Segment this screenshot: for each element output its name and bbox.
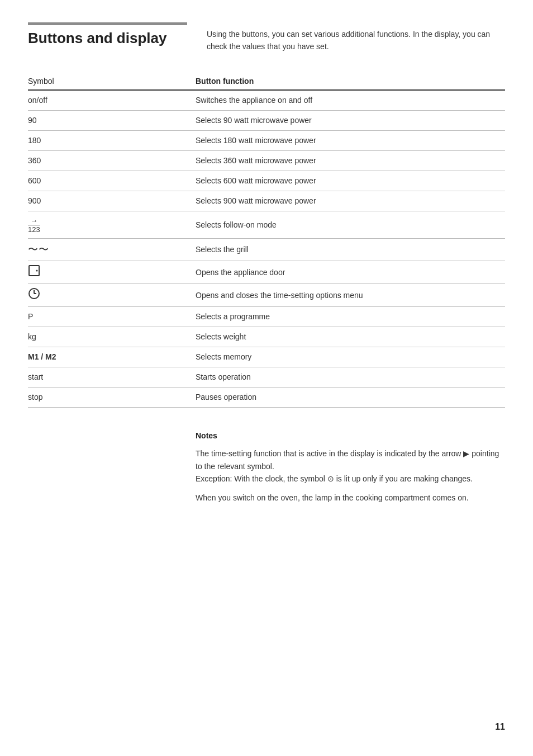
table-row: start Starts operation bbox=[28, 367, 505, 388]
symbol-600: 600 bbox=[28, 175, 196, 187]
table-row: → 123 Selects follow-on mode bbox=[28, 211, 505, 239]
notes-paragraph-2: When you switch on the oven, the lamp in… bbox=[196, 492, 505, 504]
function-360: Selects 360 watt microwave power bbox=[196, 155, 505, 167]
notes-title: Notes bbox=[196, 430, 505, 442]
function-m1m2: Selects memory bbox=[196, 351, 505, 363]
arrow-icon: → bbox=[30, 217, 37, 224]
clock-icon bbox=[28, 287, 40, 300]
symbol-stop: stop bbox=[28, 391, 196, 403]
top-section: Buttons and display Using the buttons, y… bbox=[28, 22, 505, 53]
door-icon bbox=[28, 264, 40, 277]
svg-point-1 bbox=[36, 270, 38, 272]
function-start: Starts operation bbox=[196, 371, 505, 383]
symbol-grill: 〜〜 bbox=[28, 242, 196, 257]
notes-section: Notes The time-setting function that is … bbox=[28, 430, 505, 511]
symbol-table: Symbol Button function on/off Switches t… bbox=[28, 75, 505, 408]
table-row: 〜〜 Selects the grill bbox=[28, 239, 505, 261]
function-grill: Selects the grill bbox=[196, 244, 505, 256]
symbol-start: start bbox=[28, 371, 196, 383]
intro-text: Using the buttons, you can set various a… bbox=[207, 28, 505, 53]
table-row: stop Pauses operation bbox=[28, 388, 505, 408]
symbol-180: 180 bbox=[28, 135, 196, 147]
table-row: on/off Switches the appliance on and off bbox=[28, 91, 505, 111]
function-follow-on: Selects follow-on mode bbox=[196, 219, 505, 231]
function-900: Selects 900 watt microwave power bbox=[196, 195, 505, 207]
function-stop: Pauses operation bbox=[196, 391, 505, 403]
page-container: Buttons and display Using the buttons, y… bbox=[28, 22, 505, 511]
symbol-p: P bbox=[28, 311, 196, 323]
symbol-door bbox=[28, 264, 196, 280]
function-600: Selects 600 watt microwave power bbox=[196, 175, 505, 187]
page-title: Buttons and display bbox=[28, 30, 184, 47]
table-row: 180 Selects 180 watt microwave power bbox=[28, 131, 505, 151]
function-door: Opens the appliance door bbox=[196, 267, 505, 278]
right-column-intro: Using the buttons, you can set various a… bbox=[196, 22, 505, 53]
symbol-900: 900 bbox=[28, 195, 196, 207]
function-kg: Selects weight bbox=[196, 331, 505, 343]
symbol-kg: kg bbox=[28, 331, 196, 343]
column-function-header: Button function bbox=[196, 75, 505, 87]
table-row: 900 Selects 900 watt microwave power bbox=[28, 191, 505, 211]
follow-on-icon: → 123 bbox=[28, 217, 40, 235]
symbol-360: 360 bbox=[28, 155, 196, 167]
function-p: Selects a programme bbox=[196, 311, 505, 323]
title-decoration-bar bbox=[28, 22, 187, 25]
table-row: 360 Selects 360 watt microwave power bbox=[28, 151, 505, 171]
table-row: kg Selects weight bbox=[28, 327, 505, 347]
function-90: Selects 90 watt microwave power bbox=[196, 115, 505, 126]
symbol-clock bbox=[28, 287, 196, 303]
table-row: Opens and closes the time-setting option… bbox=[28, 284, 505, 307]
function-clock: Opens and closes the time-setting option… bbox=[196, 290, 505, 301]
symbol-follow-on: → 123 bbox=[28, 215, 196, 235]
symbol-90: 90 bbox=[28, 115, 196, 126]
grill-icon: 〜〜 bbox=[28, 244, 49, 255]
notes-paragraph-1: The time-setting function that is active… bbox=[196, 447, 505, 485]
function-180: Selects 180 watt microwave power bbox=[196, 135, 505, 147]
overline-123: 123 bbox=[28, 224, 40, 235]
page-number: 11 bbox=[495, 720, 505, 734]
table-row: 600 Selects 600 watt microwave power bbox=[28, 171, 505, 191]
table-row: Opens the appliance door bbox=[28, 261, 505, 284]
table-row: M1 / M2 Selects memory bbox=[28, 347, 505, 367]
column-symbol-header: Symbol bbox=[28, 75, 196, 87]
symbol-onoff: on/off bbox=[28, 94, 196, 106]
table-row: 90 Selects 90 watt microwave power bbox=[28, 111, 505, 131]
left-column: Buttons and display bbox=[28, 22, 196, 47]
table-row: P Selects a programme bbox=[28, 307, 505, 327]
function-onoff: Switches the appliance on and off bbox=[196, 94, 505, 106]
table-header: Symbol Button function bbox=[28, 75, 505, 91]
symbol-m1m2: M1 / M2 bbox=[28, 351, 196, 363]
